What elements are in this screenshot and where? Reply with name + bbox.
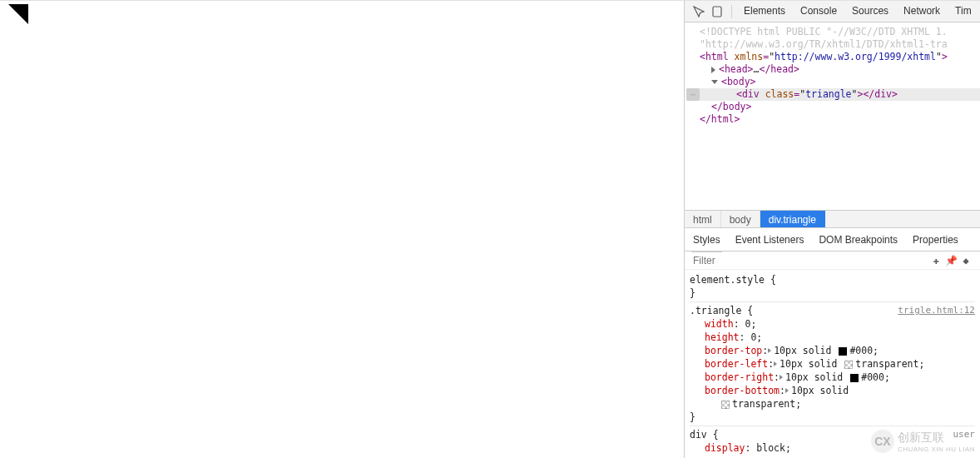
expand-shorthand-icon[interactable] [785, 388, 789, 393]
dom-body-open[interactable]: <body> [686, 76, 980, 88]
rule-element-style[interactable]: element.style { } [690, 273, 975, 302]
new-style-rule-icon[interactable]: ✚ [928, 255, 943, 266]
dom-doctype[interactable]: <!DOCTYPE html PUBLIC "-//W3C//DTD XHTML… [686, 26, 980, 38]
pin-icon[interactable]: 📌 [943, 255, 958, 266]
expand-shorthand-icon[interactable] [774, 361, 777, 366]
subtab-dom-breakpoints[interactable]: DOM Breakpoints [817, 228, 899, 251]
devtools-toolbar: Elements Console Sources Network Tim [685, 1, 980, 22]
rendered-page [0, 1, 685, 458]
breadcrumb-body[interactable]: body [721, 211, 760, 227]
devtools-panel: Elements Console Sources Network Tim <!D… [685, 1, 980, 458]
devtools-tabs: Elements Console Sources Network Tim [742, 0, 973, 23]
watermark-logo-icon: CX [871, 430, 894, 453]
hov-icon[interactable]: ◆ [958, 255, 973, 266]
svg-rect-0 [713, 7, 721, 17]
expand-arrow-icon[interactable] [711, 67, 715, 73]
breadcrumb: html body div.triangle [685, 210, 980, 228]
app-root: Elements Console Sources Network Tim <!D… [0, 0, 980, 458]
breadcrumb-div-triangle[interactable]: div.triangle [760, 211, 825, 227]
styles-filter-input[interactable] [691, 254, 928, 267]
watermark: CX 创新互联 CHUANG XIN HU LIAN [871, 430, 975, 453]
breadcrumb-html[interactable]: html [685, 211, 721, 227]
dom-body-close[interactable]: </body> [686, 101, 980, 113]
expand-shorthand-icon[interactable] [780, 375, 783, 380]
color-swatch-icon[interactable] [844, 361, 853, 369]
color-swatch-icon[interactable] [850, 374, 859, 382]
styles-pane-tabs: Styles Event Listeners DOM Breakpoints P… [685, 228, 980, 251]
tab-sources[interactable]: Sources [850, 0, 890, 23]
expand-shorthand-icon[interactable] [768, 348, 771, 353]
collapse-arrow-icon[interactable] [711, 80, 718, 84]
dom-div-triangle[interactable]: <div class="triangle"></div> [686, 88, 980, 101]
dom-doctype-url[interactable]: "http://www.w3.org/TR/xhtml1/DTD/xhtml1-… [686, 38, 980, 51]
device-mode-icon[interactable] [708, 2, 726, 21]
page-triangle [8, 4, 28, 24]
tab-console[interactable]: Console [799, 0, 839, 23]
rule-triangle[interactable]: trigle.html:12 .triangle { width: 0; hei… [690, 304, 975, 426]
tab-timeline[interactable]: Tim [953, 0, 973, 23]
elements-tree[interactable]: <!DOCTYPE html PUBLIC "-//W3C//DTD XHTML… [685, 22, 980, 210]
watermark-label: 创新互联 [898, 431, 975, 446]
rule-source-link[interactable]: trigle.html:12 [898, 304, 975, 317]
toolbar-separator [731, 5, 732, 18]
tab-elements[interactable]: Elements [742, 0, 787, 23]
subtab-styles[interactable]: Styles [691, 228, 722, 251]
dom-html-open[interactable]: <html xmlns="http://www.w3.org/1999/xhtm… [686, 51, 980, 63]
dom-html-close[interactable]: </html> [686, 113, 980, 126]
color-swatch-icon[interactable] [721, 401, 730, 409]
subtab-properties[interactable]: Properties [911, 228, 960, 251]
color-swatch-icon[interactable] [839, 347, 847, 356]
subtab-event-listeners[interactable]: Event Listeners [734, 228, 806, 251]
dom-head[interactable]: <head>…</head> [686, 63, 980, 76]
tab-network[interactable]: Network [902, 0, 942, 23]
inspect-element-icon[interactable] [690, 2, 708, 21]
styles-filter-row: ✚ 📌 ◆ [685, 251, 980, 270]
watermark-sub: CHUANG XIN HU LIAN [898, 446, 975, 453]
